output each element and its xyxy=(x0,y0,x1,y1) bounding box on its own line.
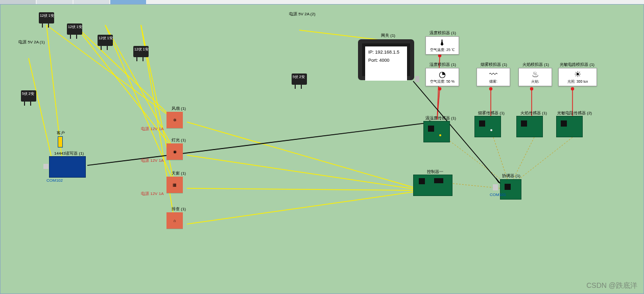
svg-line-8 xyxy=(29,58,52,158)
port-value: 4000 xyxy=(379,58,390,63)
adapter-label: 5伏 2安 xyxy=(22,91,34,96)
smoke-simulator[interactable]: 〰 烟雾: xyxy=(476,68,510,86)
adapter-title: 电源 5V 2A (2) xyxy=(289,11,316,17)
com-label: COM102 xyxy=(46,178,63,183)
user-chip[interactable] xyxy=(58,136,63,148)
temp-simulator[interactable]: 🌡 空气温度: 25 ℃ xyxy=(425,36,459,55)
sim-title: 湿度模拟器 (1) xyxy=(430,62,456,67)
power-req: 电源 12V 1A xyxy=(141,158,163,163)
svg-line-13 xyxy=(187,191,417,224)
svg-line-35 xyxy=(87,122,435,165)
reader-title: 14443读写器 (1) xyxy=(54,151,84,156)
tab[interactable] xyxy=(37,0,73,4)
svg-line-12 xyxy=(187,188,417,190)
adapter-label: 12伏 1安 xyxy=(68,24,82,30)
user-label: 客户 xyxy=(57,130,65,136)
bulb-icon: ◉ xyxy=(173,150,177,154)
tab-strip xyxy=(0,0,644,4)
adapter-label: 12伏 1安 xyxy=(40,13,54,18)
adapter-label: 12伏 1安 xyxy=(134,47,149,52)
sim-title: 火焰模拟器 (1) xyxy=(522,62,549,67)
adapter-label: 12伏 1安 xyxy=(99,36,113,41)
sensor-title: 光敏电阻传感器 (2) xyxy=(557,110,592,116)
th-sensor[interactable] xyxy=(423,121,450,142)
port-label: Port: xyxy=(368,58,378,63)
svg-line-10 xyxy=(187,122,417,188)
watermark: CSDN @跌底洋 xyxy=(586,281,637,290)
window-actuator[interactable]: ▦ xyxy=(166,177,183,193)
drain-actuator[interactable]: ⌂ xyxy=(166,212,183,229)
smoke-icon: 〰 xyxy=(479,70,508,79)
rfid-reader[interactable] xyxy=(49,156,86,178)
tab[interactable] xyxy=(0,0,36,4)
sensor-title: 温湿度传感器 (1) xyxy=(425,115,456,121)
sim-title: 光敏电路模拟器 (1) xyxy=(560,62,594,67)
humidity-icon: ◔ xyxy=(427,70,457,79)
actuator-title: 灯光 (1) xyxy=(172,137,186,143)
sim-title: 烟雾模拟器 (1) xyxy=(481,62,507,67)
svg-marker-34 xyxy=(496,178,500,183)
adapter-12v[interactable]: 12伏 1安 xyxy=(39,12,54,23)
svg-line-5 xyxy=(105,25,174,150)
wires-layer xyxy=(1,5,643,293)
fan-icon: ✲ xyxy=(173,118,177,122)
controller-board[interactable] xyxy=(413,175,452,196)
adapter-5v[interactable]: 5伏 2安 xyxy=(21,90,36,102)
tab[interactable] xyxy=(110,0,146,4)
gateway-screen: IP: 192.168.1.5 Port: 4000 xyxy=(365,46,407,81)
adapter-12v[interactable]: 12伏 1安 xyxy=(67,23,82,35)
power-req: 电源 12V 1A xyxy=(141,191,163,197)
adapter-12v[interactable]: 12伏 1安 xyxy=(133,46,149,57)
adapter-title: 电源 5V 2A (1) xyxy=(18,39,45,45)
sensor-title: 火焰传感器 (1) xyxy=(520,110,547,116)
svg-point-26 xyxy=(439,88,441,90)
power-req: 电源 12V 1A xyxy=(141,126,163,132)
smoke-sensor[interactable] xyxy=(474,116,501,137)
fire-sensor[interactable] xyxy=(516,116,543,137)
light-sensor[interactable] xyxy=(556,116,583,137)
sim-value: 光照: 300 lux xyxy=(560,79,595,84)
controller-title: 控制器一 xyxy=(427,169,443,175)
humidity-simulator[interactable]: ◔ 空气湿度: 50 % xyxy=(425,68,459,86)
sim-value: 烟雾: xyxy=(479,79,508,84)
fire-icon: ♨ xyxy=(520,70,550,79)
light-simulator[interactable]: ☀ 光照: 300 lux xyxy=(558,68,597,86)
diagram-canvas[interactable]: 12伏 1安 12伏 1安 12伏 1安 12伏 1安 电源 5V 2A (1)… xyxy=(0,4,644,294)
usb-icon xyxy=(493,184,498,190)
svg-point-30 xyxy=(531,88,533,90)
svg-line-25 xyxy=(437,89,440,119)
tab[interactable] xyxy=(74,0,109,4)
fan-actuator[interactable]: ✲ xyxy=(166,112,183,128)
sim-title: 温度模拟器 (1) xyxy=(430,30,456,36)
adapter-12v[interactable]: 12伏 1安 xyxy=(98,35,113,46)
svg-line-3 xyxy=(75,25,174,119)
svg-line-22 xyxy=(514,137,573,183)
svg-line-11 xyxy=(187,155,417,189)
sun-icon: ☀ xyxy=(560,70,595,79)
adapter-label: 5伏 2安 xyxy=(293,75,305,80)
ip-label: IP: xyxy=(368,50,374,55)
actuator-title: 天窗 (1) xyxy=(172,170,186,176)
svg-line-19 xyxy=(445,137,506,183)
adapter-5v[interactable]: 5伏 2安 xyxy=(292,74,307,85)
sim-value: 火焰: xyxy=(520,79,550,84)
usb-icon xyxy=(43,164,49,169)
svg-point-32 xyxy=(571,88,574,90)
light-actuator[interactable]: ◉ xyxy=(166,143,183,160)
svg-point-24 xyxy=(439,55,441,57)
fire-simulator[interactable]: ♨ 火焰: xyxy=(518,68,552,86)
sensor-title: 烟雾传感器 (1) xyxy=(478,110,505,116)
gateway-device[interactable]: IP: 192.168.1.5 Port: 4000 xyxy=(358,39,414,80)
actuator-title: 风扇 (1) xyxy=(172,106,186,111)
coordinator-title: 协调器 (1) xyxy=(502,173,520,179)
actuator-title: 排查 (1) xyxy=(172,206,186,212)
sim-value: 空气湿度: 50 % xyxy=(427,79,457,84)
window-icon: ▦ xyxy=(173,183,177,187)
svg-line-9 xyxy=(299,30,384,40)
svg-point-28 xyxy=(490,88,492,90)
gateway-title: 网关 (1) xyxy=(381,33,395,38)
sim-value: 空气温度: 25 ℃ xyxy=(427,47,457,53)
drain-icon: ⌂ xyxy=(174,218,176,223)
thermometer-icon: 🌡 xyxy=(427,38,457,47)
ip-value: 192.168.1.5 xyxy=(375,50,400,55)
